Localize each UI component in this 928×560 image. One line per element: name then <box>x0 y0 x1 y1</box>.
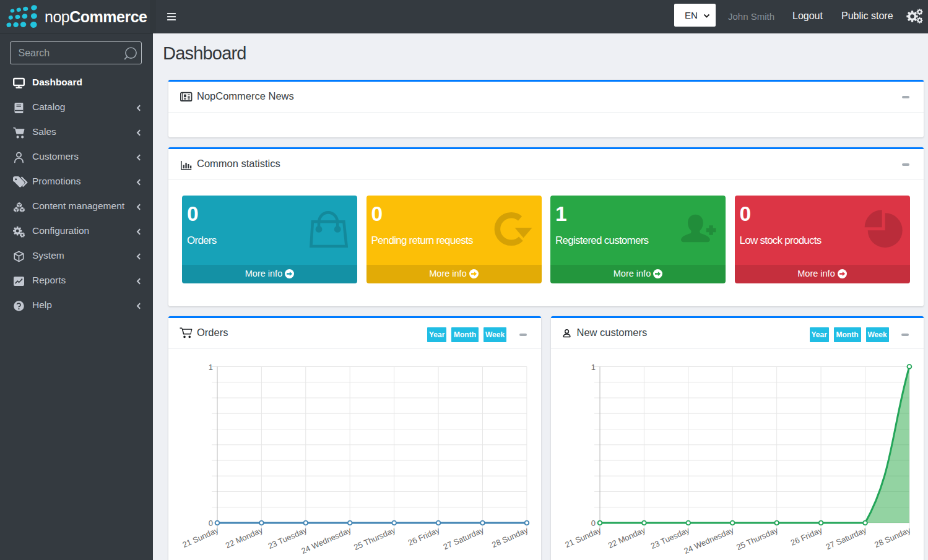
svg-text:22 Monday: 22 Monday <box>224 525 264 550</box>
svg-text:27 Saturday: 27 Saturday <box>442 525 486 551</box>
svg-text:26 Friday: 26 Friday <box>407 525 441 548</box>
svg-text:1: 1 <box>209 363 213 372</box>
svg-text:26 Friday: 26 Friday <box>789 525 823 548</box>
svg-text:22 Monday: 22 Monday <box>606 525 646 550</box>
svg-text:1: 1 <box>591 363 595 372</box>
svg-text:25 Thursday: 25 Thursday <box>352 525 397 552</box>
svg-text:0: 0 <box>209 519 213 528</box>
svg-text:28 Sunday: 28 Sunday <box>490 525 529 549</box>
svg-text:24 Wednesday: 24 Wednesday <box>300 525 353 556</box>
svg-text:25 Thursday: 25 Thursday <box>735 525 779 552</box>
svg-text:21 Sunday: 21 Sunday <box>181 525 220 549</box>
svg-text:27 Saturday: 27 Saturday <box>824 525 868 551</box>
svg-text:0: 0 <box>591 519 595 528</box>
svg-text:28 Sunday: 28 Sunday <box>873 525 912 549</box>
svg-text:21 Sunday: 21 Sunday <box>563 525 602 549</box>
svg-text:24 Wednesday: 24 Wednesday <box>682 525 735 556</box>
